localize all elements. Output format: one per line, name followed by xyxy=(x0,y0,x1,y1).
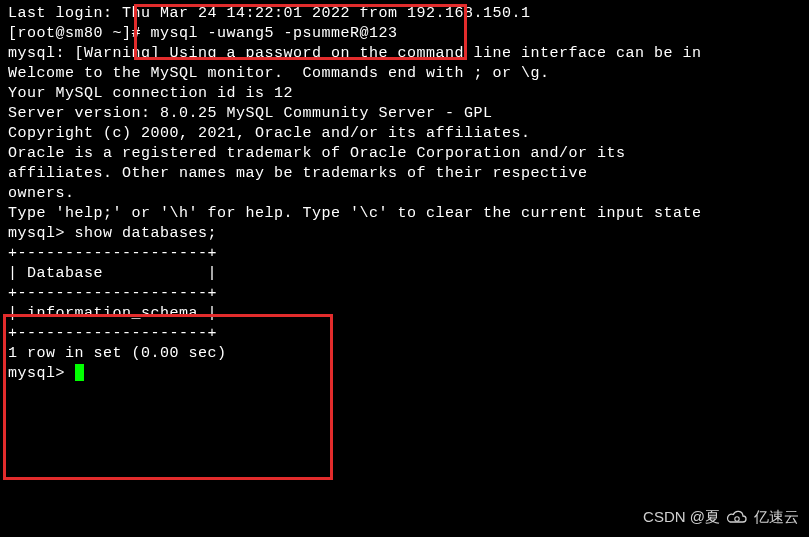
terminal-line-welcome-3: Server version: 8.0.25 MySQL Community S… xyxy=(8,104,801,124)
terminal-line-last-login: Last login: Thu Mar 24 14:22:01 2022 fro… xyxy=(8,4,801,24)
terminal-line-trademark-3: owners. xyxy=(8,184,801,204)
cloud-icon xyxy=(726,509,748,525)
terminal-table-header: | Database | xyxy=(8,264,801,284)
terminal-line-welcome-2: Your MySQL connection id is 12 xyxy=(8,84,801,104)
terminal-table-row: | information_schema | xyxy=(8,304,801,324)
terminal-prompt-active[interactable]: mysql> xyxy=(8,364,801,384)
terminal-line-trademark-2: affiliates. Other names may be trademark… xyxy=(8,164,801,184)
terminal-line-copyright: Copyright (c) 2000, 2021, Oracle and/or … xyxy=(8,124,801,144)
terminal-query-show-databases[interactable]: mysql> show databases; xyxy=(8,224,801,244)
terminal-prompt-text: mysql> xyxy=(8,365,75,382)
terminal-prompt-login[interactable]: [root@sm80 ~]# mysql -uwang5 -psummeR@12… xyxy=(8,24,801,44)
terminal-table-border: +--------------------+ xyxy=(8,244,801,264)
watermark: CSDN @夏 亿速云 xyxy=(643,507,799,527)
cursor-icon xyxy=(75,364,84,381)
terminal-line-welcome-1: Welcome to the MySQL monitor. Commands e… xyxy=(8,64,801,84)
watermark-brand: 亿速云 xyxy=(754,507,799,527)
watermark-text: CSDN @夏 xyxy=(643,507,720,527)
terminal-line-warning: mysql: [Warning] Using a password on the… xyxy=(8,44,801,64)
svg-point-0 xyxy=(735,517,739,521)
terminal-table-border: +--------------------+ xyxy=(8,324,801,344)
terminal-result-count: 1 row in set (0.00 sec) xyxy=(8,344,801,364)
terminal-line-help: Type 'help;' or '\h' for help. Type '\c'… xyxy=(8,204,801,224)
terminal-line-trademark-1: Oracle is a registered trademark of Orac… xyxy=(8,144,801,164)
terminal-table-border: +--------------------+ xyxy=(8,284,801,304)
